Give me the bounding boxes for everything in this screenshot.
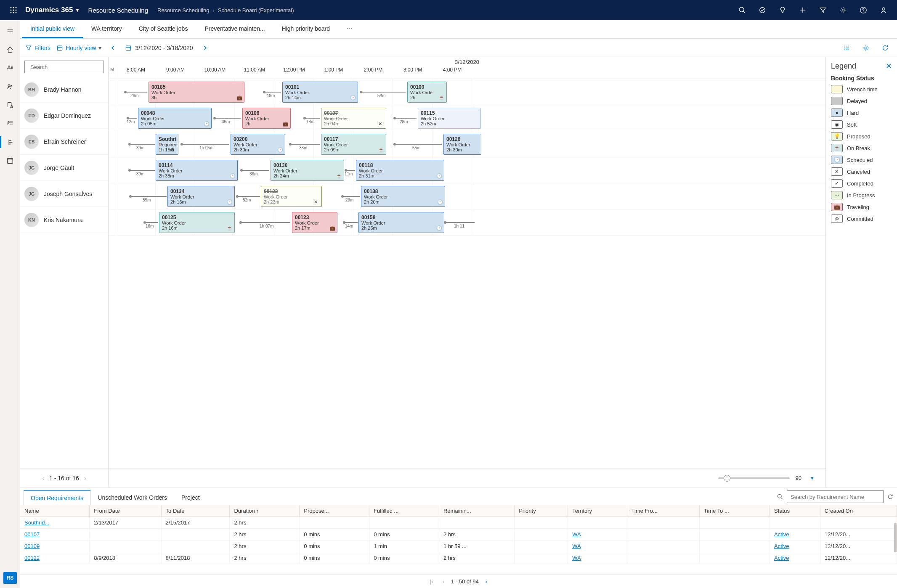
booking-block[interactable]: 00107Work Order2h 04m✕ <box>321 108 386 129</box>
resource-search[interactable] <box>24 61 104 73</box>
booking-block[interactable]: SouthriRequiren1h 15m⚙ <box>156 134 178 155</box>
filters-button[interactable]: Filters <box>25 45 50 51</box>
resource-row[interactable]: EDEdgar Dominquez <box>20 103 108 129</box>
column-header[interactable]: Priority <box>515 505 568 517</box>
tab-high-priority-board[interactable]: High priority board <box>273 20 338 38</box>
bottom-tab[interactable]: Unscheduled Work Orders <box>90 490 174 505</box>
calendar-icon[interactable] <box>2 153 19 168</box>
booking-block[interactable]: 00138Work Order2h 20m🕒 <box>361 186 445 207</box>
people-list-icon[interactable] <box>2 116 19 131</box>
booking-block[interactable]: 00114Work Order2h 38m🕒 <box>156 160 238 181</box>
table-row[interactable]: Southrid...2/13/20172/15/20172 hrs <box>20 517 897 529</box>
column-header[interactable]: Status <box>770 505 820 517</box>
date-range[interactable]: 3/12/2020 - 3/18/2020 <box>125 45 193 51</box>
column-header[interactable]: Time Fro... <box>627 505 699 517</box>
territory-link[interactable]: WA <box>572 531 581 538</box>
column-header[interactable]: Propose... <box>300 505 369 517</box>
zoom-slider[interactable] <box>718 477 790 479</box>
resource-row[interactable]: JGJoseph Gonsalves <box>20 181 108 207</box>
grid-first[interactable]: |‹ <box>427 578 436 585</box>
doc-person-icon[interactable] <box>2 98 19 113</box>
column-header[interactable]: Remainin... <box>439 505 514 517</box>
breadcrumb-item[interactable]: Schedule Board (Experimental) <box>218 7 294 13</box>
tab-preventative-mainten-[interactable]: Preventative mainten... <box>196 20 273 38</box>
booking-block[interactable]: 00115Work Order2h 52m <box>418 108 481 129</box>
resource-row[interactable]: ESEfrain Schreiner <box>20 129 108 155</box>
booking-block[interactable]: 00118Work Order2h 31m🕒 <box>356 160 444 181</box>
rs-badge[interactable]: RS <box>3 572 17 584</box>
name-link[interactable]: 00109 <box>24 543 40 549</box>
column-header[interactable]: From Date <box>90 505 161 517</box>
status-link[interactable]: Active <box>774 531 789 538</box>
booking-block[interactable]: 00200Work Order2h 30m🕒 <box>231 134 285 155</box>
table-row[interactable]: 001228/9/20188/11/20182 hrs0 mins0 mins2… <box>20 552 897 564</box>
column-header[interactable]: Duration ↑ <box>230 505 300 517</box>
requirement-search[interactable] <box>787 490 884 503</box>
resource-row[interactable]: KNKris Nakamura <box>20 207 108 233</box>
prev-page[interactable]: ‹ <box>42 475 44 482</box>
booking-block[interactable]: 00158Work Order2h 26m🕒 <box>358 212 444 233</box>
bottom-tab[interactable]: Open Requirements <box>24 490 90 505</box>
name-link[interactable]: Southrid... <box>24 519 49 526</box>
column-header[interactable]: Territory <box>568 505 627 517</box>
chevron-down-icon[interactable]: ▾ <box>807 475 817 481</box>
search-input[interactable] <box>30 64 101 70</box>
booking-block[interactable]: 00130Work Order2h 24m☕ <box>271 160 344 181</box>
column-header[interactable]: Time To ... <box>699 505 770 517</box>
booking-block[interactable]: 00125Work Order2h 16m☕ <box>159 212 235 233</box>
person-icon[interactable] <box>873 0 894 20</box>
booking-block[interactable]: 00117Work Order2h 09m☕ <box>321 134 386 155</box>
territory-link[interactable]: WA <box>572 543 581 549</box>
breadcrumb-item[interactable]: Resource Scheduling <box>157 7 210 13</box>
booking-block[interactable]: 00134Work Order2h 16m🕒 <box>167 186 235 207</box>
prev-range-button[interactable] <box>107 42 119 54</box>
bottom-tab[interactable]: Project <box>174 490 207 505</box>
resource-row[interactable]: JGJorge Gault <box>20 155 108 181</box>
home-icon[interactable] <box>2 42 19 57</box>
booking-block[interactable]: 00126Work Order2h 30m <box>443 134 481 155</box>
table-row[interactable]: 001092 hrs0 mins1 min1 hr 59 ...WAActive… <box>20 540 897 552</box>
list-icon[interactable] <box>840 41 853 55</box>
search-icon[interactable] <box>777 493 783 500</box>
people-pair-icon[interactable] <box>2 79 19 94</box>
booking-block[interactable]: 00100Work Order2h☕ <box>407 82 447 103</box>
help-icon[interactable] <box>853 0 873 20</box>
column-header[interactable]: To Date <box>161 505 230 517</box>
hamburger-icon[interactable] <box>2 24 19 39</box>
tabs-overflow[interactable]: ⋯ <box>338 20 361 38</box>
table-row[interactable]: 001072 hrs0 mins0 mins2 hrsWAActive12/12… <box>20 529 897 540</box>
brand[interactable]: Dynamics 365 ▾ <box>25 6 79 14</box>
booking-block[interactable]: 00048Work Order2h 05m🕒 <box>138 108 212 129</box>
status-link[interactable]: Active <box>774 555 789 561</box>
close-icon[interactable]: ✕ <box>886 61 892 71</box>
refresh-icon[interactable] <box>878 41 892 55</box>
scrollbar[interactable] <box>894 523 897 552</box>
target-icon[interactable] <box>752 0 772 20</box>
tab-wa-territory[interactable]: WA territory <box>83 20 130 38</box>
next-page[interactable]: › <box>84 475 86 482</box>
booking-block[interactable]: 00101Work Order2h 14m🕒 <box>282 82 358 103</box>
grid-prev[interactable]: ‹ <box>440 578 447 585</box>
filter-icon[interactable] <box>813 0 833 20</box>
view-dropdown[interactable]: Hourly view ▾ <box>56 45 101 51</box>
column-header[interactable]: Name <box>20 505 90 517</box>
plus-icon[interactable] <box>793 0 813 20</box>
tab-initial-public-view[interactable]: Initial public view <box>22 20 83 38</box>
resource-row[interactable]: BHBrady Hannon <box>20 77 108 103</box>
column-header[interactable]: Created On <box>820 505 897 517</box>
refresh-icon[interactable] <box>887 493 894 500</box>
booking-block[interactable]: 00122Work Order2h 23m✕ <box>261 186 322 207</box>
people-queue-icon[interactable] <box>2 61 19 76</box>
status-link[interactable]: Active <box>774 543 789 549</box>
requirements-grid[interactable]: NameFrom DateTo DateDuration ↑Propose...… <box>20 505 897 575</box>
name-link[interactable]: 00122 <box>24 555 40 561</box>
search-icon[interactable] <box>732 0 752 20</box>
tab-city-of-seattle-jobs[interactable]: City of Seattle jobs <box>130 20 196 38</box>
booking-block[interactable]: 00106Work Order2h💼 <box>242 108 291 129</box>
gear-icon[interactable] <box>833 0 853 20</box>
next-range-button[interactable] <box>199 42 211 54</box>
gantt-icon[interactable] <box>2 135 19 150</box>
booking-block[interactable]: 00123Work Order2h 17m💼 <box>292 212 337 233</box>
lightbulb-icon[interactable] <box>772 0 793 20</box>
booking-block[interactable]: 00185Work Order3h💼 <box>149 82 244 103</box>
